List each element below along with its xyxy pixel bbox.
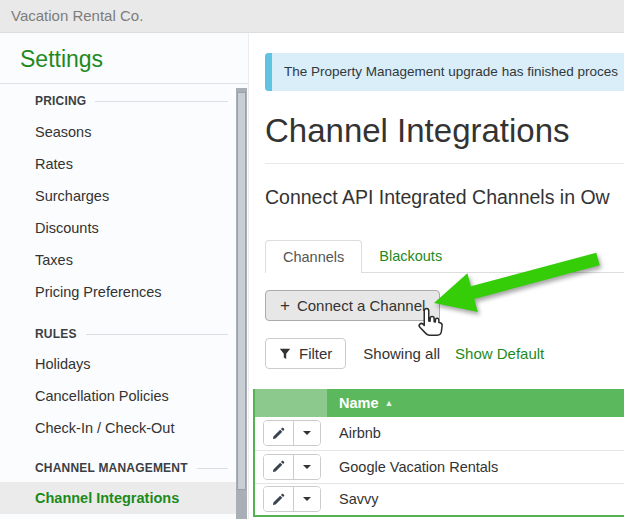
row-dropdown-button[interactable]	[294, 455, 320, 479]
section-header-pricing: PRICING	[35, 93, 228, 109]
row-action-group	[263, 486, 321, 512]
sidebar-item-rates[interactable]: Rates	[0, 148, 236, 180]
alert-text: The Property Management upgrade has fini…	[284, 64, 618, 79]
row-dropdown-button[interactable]	[294, 487, 320, 511]
sidebar-scrollbar-track[interactable]	[236, 88, 247, 519]
sidebar-item-channel-integrations[interactable]: Channel Integrations	[0, 482, 236, 514]
sidebar-item-taxes[interactable]: Taxes	[0, 244, 236, 276]
edit-button[interactable]	[264, 455, 294, 479]
show-default-link[interactable]: Show Default	[455, 345, 544, 362]
sidebar-item-surcharges[interactable]: Surcharges	[0, 180, 236, 212]
pencil-icon	[272, 427, 285, 440]
edit-button[interactable]	[264, 421, 294, 445]
channel-name-cell: Google Vacation Rentals	[327, 450, 624, 483]
section-header-channel-management: CHANNEL MANAGEMENT	[35, 460, 228, 476]
table-row: Savvy	[254, 483, 624, 516]
info-alert: The Property Management upgrade has fini…	[265, 53, 624, 91]
section-label-channel-management: CHANNEL MANAGEMENT	[35, 461, 188, 475]
company-name: Vacation Rental Co.	[11, 7, 143, 24]
table-header-row: Name▲	[254, 389, 624, 417]
table-row: Airbnb	[254, 417, 624, 450]
tab-channels[interactable]: Channels	[265, 240, 362, 273]
pencil-icon	[272, 493, 285, 506]
section-rule	[86, 334, 228, 335]
topbar: Vacation Rental Co.	[0, 0, 624, 33]
channels-table: Name▲ Airbnb	[253, 389, 624, 517]
row-action-group	[263, 454, 321, 480]
filter-funnel-icon	[279, 348, 291, 360]
sidebar-item-cancellation-policies[interactable]: Cancellation Policies	[0, 380, 236, 412]
caret-down-icon	[303, 497, 311, 501]
caret-down-icon	[303, 465, 311, 469]
tab-blackouts[interactable]: Blackouts	[362, 241, 459, 272]
title-divider	[265, 163, 624, 164]
connect-button-label: Connect a Channel	[297, 297, 425, 314]
filter-button-label: Filter	[299, 345, 332, 362]
row-action-group	[263, 420, 321, 446]
filter-status-text: Showing all	[363, 345, 440, 362]
section-rule	[95, 101, 228, 102]
actions-column-header	[254, 389, 327, 417]
row-dropdown-button[interactable]	[294, 421, 320, 445]
sidebar-scrollbar-thumb[interactable]	[237, 92, 246, 490]
connect-a-channel-button[interactable]: + Connect a Channel	[265, 290, 440, 321]
main-content: The Property Management upgrade has fini…	[248, 33, 624, 519]
channel-name-cell: Savvy	[327, 483, 624, 516]
sidebar-item-pricing-preferences[interactable]: Pricing Preferences	[0, 276, 236, 308]
plus-icon: +	[280, 296, 290, 316]
sort-asc-icon: ▲	[385, 398, 394, 408]
pencil-icon	[272, 460, 285, 473]
section-rule	[197, 468, 228, 469]
channel-name-cell: Airbnb	[327, 417, 624, 450]
name-column-header[interactable]: Name▲	[327, 389, 624, 417]
tab-bar: Channels Blackouts	[265, 240, 624, 273]
settings-title: Settings	[0, 33, 248, 84]
section-label-pricing: PRICING	[35, 94, 86, 108]
sidebar-item-check-in-check-out[interactable]: Check-In / Check-Out	[0, 412, 236, 444]
edit-button[interactable]	[264, 487, 294, 511]
settings-sidebar: Settings PRICING Seasons Rates Surcharge…	[0, 33, 248, 519]
page-title: Channel Integrations	[265, 112, 624, 150]
section-header-rules: RULES	[35, 326, 228, 342]
sidebar-item-holidays[interactable]: Holidays	[0, 348, 236, 380]
alert-accent-bar	[265, 53, 272, 91]
section-label-rules: RULES	[35, 327, 77, 341]
filter-row: Filter Showing all Show Default	[265, 338, 624, 369]
sidebar-item-seasons[interactable]: Seasons	[0, 116, 236, 148]
filter-button[interactable]: Filter	[265, 338, 346, 369]
table-row: Google Vacation Rentals	[254, 450, 624, 483]
page-subtitle: Connect API Integrated Channels in Ow	[265, 186, 624, 208]
caret-down-icon	[303, 431, 311, 435]
sidebar-item-discounts[interactable]: Discounts	[0, 212, 236, 244]
